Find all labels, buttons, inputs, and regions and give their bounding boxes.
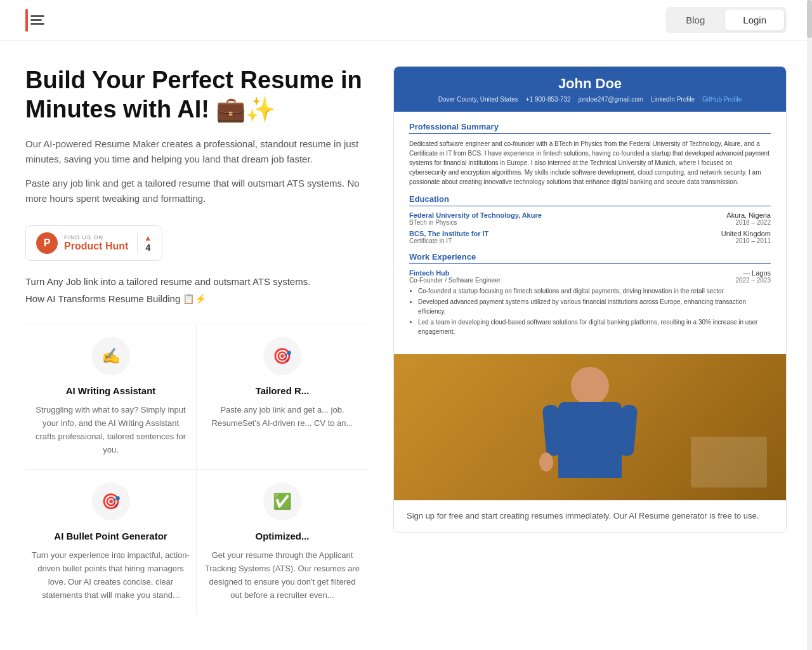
optimized-icon-area: ✅: [263, 482, 301, 521]
person-silhouette: [539, 361, 641, 500]
edu-2-school: BCS, The Institute for IT: [409, 230, 488, 237]
signup-text: Sign up for free and start creating resu…: [407, 510, 773, 523]
person-body: [558, 402, 622, 478]
scrollbar-track[interactable]: [807, 0, 812, 628]
person-photo-area: [394, 354, 786, 500]
resume-preview: John Doe Dover County, United States +1 …: [393, 66, 787, 533]
work-1-left: Fintech Hub Co-Founder / Software Engine…: [409, 269, 501, 284]
bullet-icon-area: 🎯: [92, 482, 130, 521]
resume-linkedin: LinkedIn Profile: [651, 96, 695, 103]
resume-card: John Doe Dover County, United States +1 …: [394, 67, 786, 354]
education-list: Federal University of Technology, Akure …: [409, 211, 771, 244]
edu-2-degree: Certificate in IT: [409, 237, 488, 244]
features-grid-1: ✍️ AI Writing Assistant Struggling with …: [25, 324, 368, 469]
edu-2-left: BCS, The Institute for IT Certificate in…: [409, 230, 488, 244]
bullet-1: Co-founded a startup focusing on fintech…: [418, 286, 771, 296]
login-link[interactable]: Login: [725, 10, 784, 30]
blog-link[interactable]: Blog: [668, 10, 723, 30]
ph-name-label: Product Hunt: [64, 241, 128, 252]
bullet-3: Led a team in developing cloud-based sof…: [418, 317, 771, 336]
ph-count: ▲ 4: [137, 234, 152, 253]
resume-github: GitHub Profile: [702, 96, 742, 103]
edu-1-degree: BTech in Physics: [409, 219, 542, 226]
hero-how: How AI Transforms Resume Building 📋⚡: [25, 293, 368, 305]
work-1-right: — Lagos 2022 – 2023: [735, 269, 771, 284]
resume-location: Dover County, United States: [438, 96, 518, 103]
feature-optimized-desc: Get your resume through the Applicant Tr…: [203, 549, 362, 602]
resume-name: John Doe: [409, 76, 771, 92]
signup-cta: Sign up for free and start creating resu…: [394, 500, 786, 532]
edu-item-1: Federal University of Technology, Akure …: [409, 211, 771, 226]
person-head: [571, 367, 609, 405]
person-hand-left: [539, 453, 553, 472]
bullet-2: Developed advanced payment systems utili…: [418, 297, 771, 316]
edu-2-location: United Kingdom: [721, 230, 771, 237]
feature-bullet: 🎯 AI Bullet Point Generator Turn your ex…: [25, 469, 197, 614]
ph-icon: P: [36, 232, 58, 254]
tailored-icon-area: 🎯: [263, 337, 301, 375]
logo-bar-red: [25, 9, 28, 32]
work-1-location: — Lagos: [735, 269, 771, 277]
logo-line-3: [30, 23, 44, 25]
feature-writing-desc: Struggling with what to say? Simply inpu…: [32, 404, 190, 456]
education-title: Education: [409, 194, 771, 206]
edu-1-right: Akura, Nigeria 2018 – 2022: [726, 211, 771, 226]
edu-2-dates: 2010 – 2011: [721, 237, 771, 244]
hero-desc1: Our AI-powered Resume Maker creates a pr…: [25, 136, 368, 167]
features-grid-2: 🎯 AI Bullet Point Generator Turn your ex…: [25, 469, 368, 614]
resume-contact: Dover County, United States +1 900-853-7…: [409, 96, 771, 103]
feature-writing-title: AI Writing Assistant: [32, 385, 190, 396]
work-title: Work Experience: [409, 252, 771, 264]
feature-tailored: 🎯 Tailored R... Paste any job link and g…: [197, 324, 368, 469]
desk-item: [691, 437, 767, 488]
hero-left: Build Your Perfect Resume in Minutes wit…: [25, 66, 368, 615]
hero-section: Build Your Perfect Resume in Minutes wit…: [0, 41, 812, 628]
feature-tailored-desc: Paste any job link and get a... job. Res…: [203, 404, 362, 430]
resume-header: John Doe Dover County, United States +1 …: [394, 67, 786, 112]
feature-bullet-title: AI Bullet Point Generator: [32, 531, 190, 541]
hero-title: Build Your Perfect Resume in Minutes wit…: [25, 66, 368, 124]
scrollbar-thumb[interactable]: [807, 0, 812, 38]
summary-title: Professional Summary: [409, 122, 771, 134]
ph-find-label: FIND US ON: [64, 234, 128, 241]
resume-email: jondoe247@gmail.com: [579, 96, 643, 103]
feature-optimized: ✅ Optimized... Get your resume through t…: [197, 469, 368, 614]
product-hunt-badge[interactable]: P FIND US ON Product Hunt ▲ 4: [25, 225, 162, 261]
hero-desc2: Paste any job link and get a tailored re…: [25, 176, 368, 206]
edu-1-school: Federal University of Technology, Akure: [409, 211, 542, 219]
logo: [25, 9, 44, 32]
ph-number: 4: [145, 242, 150, 253]
logo-lines: [30, 15, 44, 25]
edu-1-location: Akura, Nigeria: [726, 211, 771, 219]
feature-optimized-title: Optimized...: [203, 531, 362, 541]
work-1-row: Fintech Hub Co-Founder / Software Engine…: [409, 269, 771, 284]
work-1-title: Co-Founder / Software Engineer: [409, 277, 501, 284]
work-list: Fintech Hub Co-Founder / Software Engine…: [409, 269, 771, 336]
hero-subtitle: Turn Any Job link into a tailored resume…: [25, 276, 368, 287]
resume-phone: +1 900-853-732: [526, 96, 571, 103]
edu-2-right: United Kingdom 2010 – 2011: [721, 230, 771, 244]
edu-item-2: BCS, The Institute for IT Certificate in…: [409, 230, 771, 244]
ph-arrow-icon: ▲: [144, 234, 152, 242]
edu-1-dates: 2018 – 2022: [726, 219, 771, 226]
nav-links: Blog Login: [665, 7, 787, 33]
work-1-dates: 2022 – 2023: [735, 277, 771, 284]
ph-text: FIND US ON Product Hunt: [64, 234, 128, 252]
logo-line-1: [30, 15, 44, 17]
logo-line-2: [30, 19, 42, 21]
feature-writing: ✍️ AI Writing Assistant Struggling with …: [25, 324, 197, 469]
work-1-bullets: Co-founded a startup focusing on fintech…: [418, 286, 771, 336]
feature-tailored-title: Tailored R...: [203, 385, 362, 396]
edu-1-left: Federal University of Technology, Akure …: [409, 211, 542, 226]
resume-summary: Dedicated software engineer and co-found…: [409, 139, 771, 187]
work-1-company: Fintech Hub: [409, 269, 501, 277]
feature-bullet-desc: Turn your experience into impactful, act…: [32, 549, 190, 602]
hero-right: John Doe Dover County, United States +1 …: [393, 66, 787, 533]
work-item-1: Fintech Hub Co-Founder / Software Engine…: [409, 269, 771, 336]
logo-icon: [25, 9, 44, 32]
writing-icon-area: ✍️: [92, 337, 130, 375]
navbar: Blog Login: [0, 0, 812, 41]
